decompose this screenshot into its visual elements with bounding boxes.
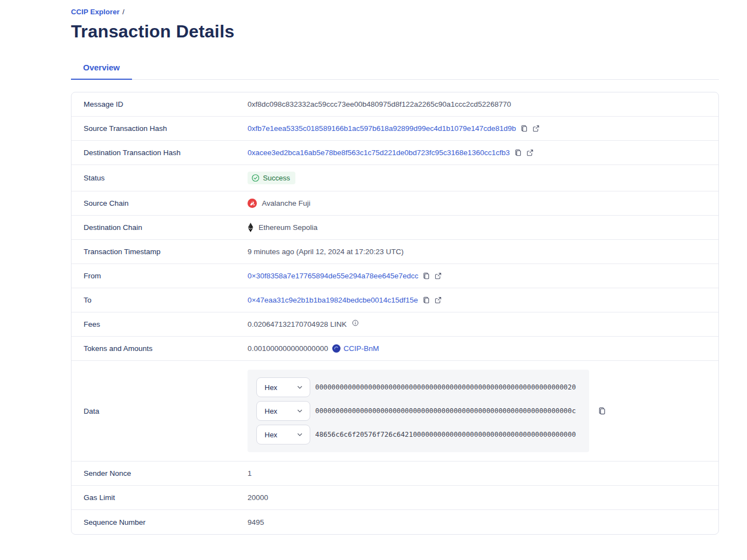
timestamp-value: 9 minutes ago (April 12, 2024 at 17:20:2…: [248, 248, 404, 256]
breadcrumb-separator: /: [122, 8, 124, 16]
data-format-value: Hex: [265, 407, 277, 415]
copy-icon[interactable]: [422, 272, 430, 280]
ethereum-icon: [248, 223, 254, 232]
avalanche-icon: [248, 199, 257, 208]
external-link-icon[interactable]: [526, 149, 534, 156]
data-hex-box: Hex 000000000000000000000000000000000000…: [248, 370, 589, 452]
row-data: Data Hex 0000000000000000000000000000000…: [72, 361, 718, 462]
row-gas-limit: Gas Limit 20000: [72, 486, 718, 510]
data-hex-line: 0000000000000000000000000000000000000000…: [315, 407, 576, 415]
status-badge: Success: [248, 172, 295, 184]
row-timestamp: Transaction Timestamp 9 minutes ago (Apr…: [72, 240, 718, 264]
fees-label: Fees: [84, 320, 248, 328]
from-label: From: [84, 272, 248, 280]
chevron-down-icon: [296, 384, 303, 391]
timestamp-label: Transaction Timestamp: [84, 248, 248, 256]
sender-nonce-value: 1: [248, 469, 252, 477]
row-tokens-amounts: Tokens and Amounts 0.001000000000000000 …: [72, 337, 718, 361]
dest-tx-hash-label: Destination Transaction Hash: [84, 149, 248, 157]
source-chain-name: Avalanche Fuji: [262, 199, 310, 207]
chevron-down-icon: [296, 408, 303, 414]
copy-icon[interactable]: [520, 124, 528, 133]
row-message-id: Message ID 0xf8dc098c832332ac59ccc73ee00…: [72, 92, 718, 117]
data-hex-line: 48656c6c6f20576f726c64210000000000000000…: [315, 431, 576, 438]
data-hex-line: 0000000000000000000000000000000000000000…: [315, 383, 576, 391]
row-sequence-number: Sequence Number 9495: [72, 510, 718, 534]
message-id-label: Message ID: [84, 100, 248, 108]
tokens-amounts-label: Tokens and Amounts: [84, 344, 248, 353]
data-line: Hex 000000000000000000000000000000000000…: [256, 401, 580, 421]
breadcrumb: CCIP Explorer/: [71, 8, 719, 16]
dest-tx-hash-link[interactable]: 0xacee3ed2bca16ab5e78be8f563c1c75d221de0…: [248, 149, 510, 157]
check-circle-icon: [251, 174, 260, 182]
page-title: Transaction Details: [71, 21, 719, 42]
sender-nonce-label: Sender Nonce: [84, 469, 248, 477]
row-dest-tx-hash: Destination Transaction Hash 0xacee3ed2b…: [72, 141, 718, 165]
status-label: Status: [84, 174, 248, 182]
tabbar-divider: [71, 79, 719, 80]
row-dest-chain: Destination Chain Ethereum Sepolia: [72, 216, 718, 240]
chevron-down-icon: [296, 431, 303, 438]
data-line: Hex 48656c6c6f20576f726c6421000000000000…: [256, 425, 580, 444]
copy-icon[interactable]: [598, 407, 606, 415]
source-tx-hash-label: Source Transaction Hash: [84, 124, 248, 133]
external-link-icon[interactable]: [532, 125, 540, 132]
fees-value: 0.020647132170704928 LINK: [248, 320, 347, 328]
source-tx-hash-link[interactable]: 0xfb7e1eea5335c018589166b1ac597b618a9289…: [248, 124, 516, 133]
data-format-select[interactable]: Hex: [256, 425, 310, 444]
gas-limit-label: Gas Limit: [84, 493, 248, 502]
source-chain-label: Source Chain: [84, 199, 248, 207]
copy-icon[interactable]: [514, 149, 522, 157]
gas-limit-value: 20000: [248, 493, 268, 502]
copy-icon[interactable]: [422, 296, 430, 304]
message-id-value: 0xf8dc098c832332ac59ccc73ee00b480975d8f1…: [248, 100, 511, 108]
sequence-number-label: Sequence Number: [84, 518, 248, 526]
transaction-details-page: CCIP Explorer/ Transaction Details Overv…: [0, 0, 719, 535]
from-address-link[interactable]: 0×30f8358a7e17765894de55e294a78ee645e7ed…: [248, 272, 418, 280]
row-source-tx-hash: Source Transaction Hash 0xfb7e1eea5335c0…: [72, 117, 718, 141]
data-format-value: Hex: [265, 431, 277, 439]
sequence-number-value: 9495: [248, 518, 264, 526]
dest-chain-name: Ethereum Sepolia: [259, 223, 317, 232]
breadcrumb-ccip-explorer-link[interactable]: CCIP Explorer: [71, 8, 119, 16]
data-format-select[interactable]: Hex: [256, 401, 310, 421]
row-sender-nonce: Sender Nonce 1: [72, 462, 718, 486]
external-link-icon[interactable]: [435, 272, 442, 279]
details-card: Message ID 0xf8dc098c832332ac59ccc73ee00…: [71, 92, 719, 535]
ccip-bnm-token-icon: [332, 344, 340, 353]
data-format-select[interactable]: Hex: [256, 377, 310, 397]
row-status: Status Success: [72, 165, 718, 191]
ccip-bnm-token-link[interactable]: CCIP-BnM: [343, 344, 379, 353]
data-label: Data: [84, 407, 248, 415]
data-line: Hex 000000000000000000000000000000000000…: [256, 377, 580, 397]
data-format-value: Hex: [265, 383, 277, 392]
row-fees: Fees 0.020647132170704928 LINK: [72, 312, 718, 337]
row-from: From 0×30f8358a7e17765894de55e294a78ee64…: [72, 264, 718, 288]
info-icon[interactable]: [352, 320, 359, 326]
tab-overview[interactable]: Overview: [71, 63, 132, 80]
dest-chain-label: Destination Chain: [84, 223, 248, 232]
external-link-icon[interactable]: [435, 297, 442, 304]
tab-bar: Overview: [71, 63, 719, 80]
row-source-chain: Source Chain Avalanche Fuji: [72, 191, 718, 216]
to-label: To: [84, 296, 248, 304]
token-amount: 0.001000000000000000: [248, 344, 328, 353]
status-badge-text: Success: [263, 174, 290, 182]
row-to: To 0×47eaa31c9e2b1b1ba19824bedcbe0014c15…: [72, 288, 718, 312]
to-address-link[interactable]: 0×47eaa31c9e2b1b1ba19824bedcbe0014c15df1…: [248, 296, 418, 304]
